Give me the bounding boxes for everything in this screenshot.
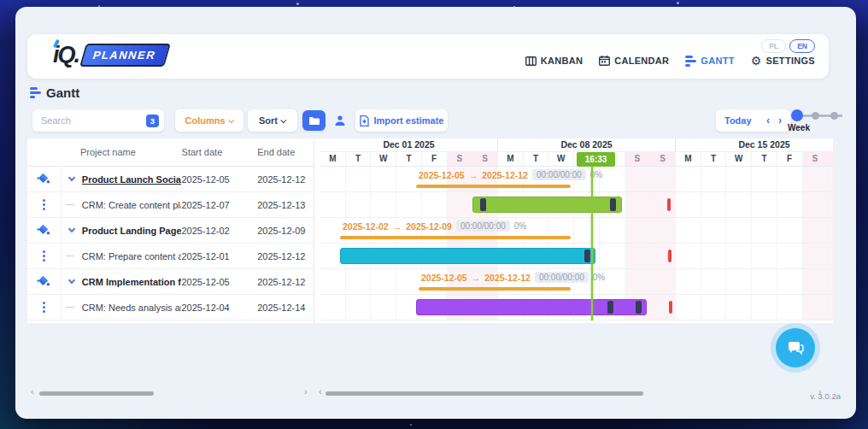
end-date-cell[interactable]: 2025-12-09	[257, 226, 314, 236]
end-date-cell[interactable]: 2025-12-12	[257, 277, 314, 287]
gear-icon: ⚙	[751, 55, 762, 67]
columns-button[interactable]: Columns	[175, 109, 243, 132]
project-row[interactable]: Product Launch Social Media C2025-12-052…	[27, 167, 314, 192]
project-row[interactable]: Product Landing Page Creation2025-12-022…	[27, 218, 314, 244]
search-box: 3	[32, 109, 164, 132]
start-date-cell[interactable]: 2025-12-04	[181, 303, 257, 313]
summary-bar[interactable]	[340, 236, 571, 239]
bar-drag-handle[interactable]	[584, 250, 590, 262]
people-view-button[interactable]	[330, 110, 350, 131]
day-header-cell: S	[448, 152, 473, 166]
task-name-cell[interactable]: CRM: Needs analysis and con	[82, 303, 182, 313]
expand-toggle[interactable]	[62, 229, 82, 232]
folder-view-button[interactable]	[302, 110, 326, 131]
expand-toggle[interactable]	[62, 280, 82, 283]
task-row[interactable]: CRM: Needs analysis and con2025-12-04202…	[27, 295, 314, 320]
project-name-cell[interactable]: Product Landing Page Creation	[82, 226, 182, 236]
gantt-scroll-left-arrow[interactable]: ‹	[319, 386, 322, 397]
row-icon-cell[interactable]	[27, 269, 62, 294]
lang-pl-button[interactable]: PL	[761, 39, 786, 53]
task-name-cell[interactable]: CRM: Create content plan and	[82, 200, 182, 210]
tree-connector	[62, 204, 82, 205]
summary-label: 2025-12-05→2025-12-1200:00/00:000%	[419, 169, 602, 180]
lang-en-button[interactable]: EN	[789, 39, 815, 53]
import-estimate-button[interactable]: Import estimate	[355, 109, 448, 132]
start-date-cell[interactable]: 2025-12-02	[181, 226, 257, 236]
kanban-icon	[525, 56, 537, 66]
table-scroll-left-arrow[interactable]: ‹	[31, 386, 34, 397]
end-date-cell[interactable]: 2025-12-13	[257, 200, 314, 210]
deadline-marker[interactable]	[667, 198, 671, 211]
task-bar[interactable]	[416, 299, 647, 315]
search-input[interactable]	[41, 115, 135, 126]
chevron-down-icon	[228, 117, 234, 123]
project-row[interactable]: CRM Implementation for a B2B2025-12-0520…	[27, 269, 314, 295]
day-header-cell: T	[524, 152, 549, 166]
nav-calendar[interactable]: CALENDAR	[599, 56, 669, 66]
row-icon-cell[interactable]	[27, 244, 62, 268]
project-name-cell[interactable]: CRM Implementation for a B2B	[82, 277, 182, 287]
kebab-menu-icon[interactable]	[43, 302, 45, 313]
project-name-cell[interactable]: Product Launch Social Media C	[82, 174, 182, 185]
gantt-chart: Dec 01 2025MTWTFSSDec 08 2025MTWTFSSDec …	[320, 138, 833, 323]
start-date-cell[interactable]: 2025-12-07	[181, 200, 257, 210]
week-column: Dec 01 2025MTWTFSS	[320, 138, 498, 167]
end-date-cell[interactable]: 2025-12-12	[257, 174, 314, 185]
task-row[interactable]: CRM: Prepare content and vis2025-12-0120…	[27, 244, 314, 269]
deadline-marker[interactable]	[668, 250, 672, 262]
day-header-cell: F	[422, 152, 448, 166]
week-label: Dec 08 2025	[498, 138, 675, 152]
next-period-button[interactable]: ›	[778, 115, 782, 126]
bar-drag-handle[interactable]	[480, 198, 486, 211]
bar-drag-handle[interactable]	[607, 301, 613, 314]
bar-drag-handle[interactable]	[636, 301, 642, 314]
bar-drag-handle[interactable]	[610, 198, 616, 211]
table-scroll-right-arrow[interactable]: ›	[304, 386, 308, 397]
timescale-slider: Week	[791, 109, 846, 132]
nav-label: GANTT	[701, 56, 734, 66]
day-header-cell: S	[650, 152, 676, 166]
logo-iq-text: iQ.	[50, 42, 79, 68]
summary-end-date: 2025-12-09	[406, 221, 452, 232]
nav-gantt[interactable]: GANTT	[685, 56, 734, 67]
task-bar[interactable]	[340, 248, 595, 264]
chat-bubbles-icon	[786, 339, 805, 356]
paint-icon	[37, 173, 50, 185]
table-scrollbar-thumb[interactable]	[39, 391, 154, 396]
end-date-cell[interactable]: 2025-12-14	[257, 303, 314, 313]
end-date-cell[interactable]: 2025-12-12	[257, 251, 314, 262]
deadline-marker[interactable]	[669, 301, 672, 314]
slider-handle-week[interactable]	[791, 109, 803, 121]
import-file-icon	[360, 115, 369, 126]
row-icon-cell[interactable]	[27, 192, 62, 217]
slider-stop-2[interactable]	[812, 112, 819, 120]
gantt-icon	[30, 87, 41, 98]
prev-period-button[interactable]: ‹	[766, 115, 770, 126]
kebab-menu-icon[interactable]	[43, 250, 45, 262]
summary-start-date: 2025-12-05	[421, 273, 467, 283]
row-icon-cell[interactable]	[27, 295, 62, 320]
today-button[interactable]: Today	[724, 115, 752, 126]
day-header-cell: M	[498, 152, 524, 166]
start-date-cell[interactable]: 2025-12-05	[181, 277, 257, 287]
row-icon-cell[interactable]	[27, 167, 62, 191]
summary-bar[interactable]	[419, 287, 571, 291]
summary-bar[interactable]	[416, 185, 571, 188]
app-logo[interactable]: iQ. PLANNER	[50, 42, 167, 68]
start-date-cell[interactable]: 2025-12-05	[181, 174, 257, 185]
slider-stop-3[interactable]	[830, 112, 838, 120]
task-bar[interactable]	[472, 197, 622, 213]
task-row[interactable]: CRM: Create content plan and2025-12-0720…	[27, 192, 314, 218]
chat-button[interactable]	[776, 328, 815, 367]
expand-toggle[interactable]	[62, 178, 82, 180]
kebab-menu-icon[interactable]	[43, 199, 45, 210]
nav-kanban[interactable]: KANBAN	[525, 56, 583, 66]
sort-button[interactable]: Sort	[248, 109, 297, 132]
gantt-scrollbar-thumb[interactable]	[326, 391, 643, 396]
nav-settings[interactable]: ⚙SETTINGS	[751, 55, 815, 67]
start-date-cell[interactable]: 2025-12-01	[181, 251, 257, 262]
day-header-cell: W	[371, 152, 396, 166]
row-icon-cell[interactable]	[27, 218, 62, 243]
project-table: Project name Start date End date Product…	[27, 138, 314, 323]
task-name-cell[interactable]: CRM: Prepare content and vis	[82, 251, 182, 262]
